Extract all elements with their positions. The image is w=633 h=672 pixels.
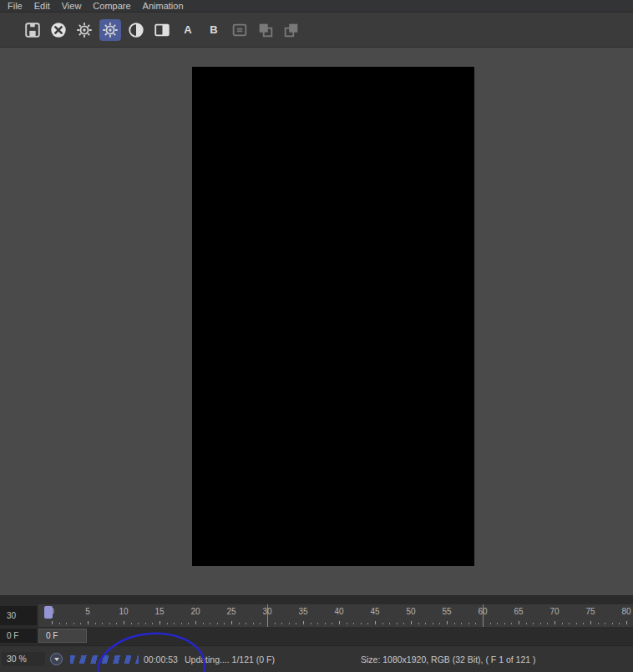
ruler-tick [555, 621, 555, 624]
ruler-tick [210, 623, 210, 624]
ruler-tick [533, 623, 534, 624]
ruler-tick [382, 623, 383, 624]
ruler-label-45: 45 [370, 607, 379, 616]
menu-file[interactable]: File [2, 0, 28, 13]
ruler-tick [583, 623, 584, 624]
menu-edit[interactable]: Edit [28, 0, 56, 13]
ruler-tick [619, 623, 620, 624]
compare-split-button[interactable] [151, 19, 173, 41]
copy-b-icon [282, 21, 301, 39]
ruler-tick [547, 623, 548, 624]
menu-compare[interactable]: Compare [87, 0, 136, 13]
ruler-tick [598, 623, 599, 624]
render-settings-button[interactable] [73, 19, 95, 41]
ruler-tick [52, 621, 53, 624]
gear-icon [75, 21, 94, 39]
ruler-tick [367, 623, 368, 624]
status-bar: 30 % 00:00:53 Updating.... 1/121 (0 F) S… [0, 645, 633, 672]
update-status-text: Updating.... 1/121 (0 F) [185, 654, 275, 664]
ruler-tick [174, 623, 175, 624]
ruler-tick [461, 623, 462, 624]
delete-image-button[interactable] [48, 19, 69, 41]
ruler-tick [526, 623, 527, 624]
ruler-label-60: 60 [478, 607, 487, 616]
ruler-tick [124, 621, 124, 624]
ruler-tick [605, 623, 605, 624]
compare-split-icon [153, 21, 171, 39]
ruler-tick [397, 623, 398, 624]
ruler-tick [224, 623, 225, 624]
ruler-tick [59, 623, 60, 624]
contrast-mode-button[interactable] [125, 19, 147, 41]
ruler-tick [403, 623, 404, 624]
ruler-tick [325, 623, 326, 624]
ruler-tick [195, 621, 196, 624]
zoom-level-field[interactable]: 30 % [2, 652, 45, 666]
ruler-tick [375, 621, 376, 624]
ruler-tick [138, 623, 139, 624]
ruler-tick [289, 623, 290, 624]
menu-view[interactable]: View [56, 0, 88, 13]
frame-label-box: 0 F [0, 629, 37, 643]
set-as-b-button[interactable]: B [203, 19, 225, 41]
ruler-label-80: 80 [621, 607, 630, 616]
ruler-tick [504, 623, 505, 624]
ruler-label-50: 50 [406, 607, 415, 616]
ruler-label-20: 20 [190, 607, 200, 616]
menu-animation[interactable]: Animation [137, 0, 190, 13]
save-image-button[interactable] [22, 19, 43, 41]
ruler-label-75: 75 [585, 607, 595, 616]
playhead-marker[interactable] [44, 606, 53, 619]
ruler-tick [95, 623, 96, 624]
set-as-a-button[interactable]: A [177, 19, 199, 41]
ruler-label-30: 30 [262, 607, 271, 616]
ruler-tick [590, 621, 591, 624]
ruler-tick [203, 623, 204, 624]
ruler-tick [296, 623, 296, 624]
menu-bar: FileEditViewCompareAnimation [0, 0, 633, 13]
timeline-panel: 30 05101520253035404550556065707580 0 F … [0, 595, 633, 672]
ruler-tick [231, 621, 232, 624]
ruler-tick [181, 623, 182, 624]
copy-a-icon [256, 21, 275, 39]
ruler-tick [116, 623, 117, 624]
fps-box: 30 [0, 606, 37, 625]
ruler-tick [109, 623, 110, 624]
elapsed-time: 00:00:53 [144, 654, 178, 664]
ruler-tick [389, 623, 390, 624]
ruler-label-35: 35 [298, 607, 307, 616]
ruler-label-10: 10 [119, 607, 128, 616]
ruler-tick [317, 623, 318, 624]
ruler-tick [361, 623, 362, 624]
ruler-tick [303, 621, 304, 624]
ruler-tick [66, 623, 67, 624]
ruler-tick [626, 621, 627, 624]
toolbar: AB [0, 13, 633, 48]
ruler-tick [253, 623, 254, 624]
ruler-tick [490, 623, 491, 624]
ruler-label-70: 70 [549, 607, 559, 616]
render-viewport[interactable] [0, 48, 633, 595]
ruler-tick [511, 623, 512, 624]
ruler-tick [332, 623, 332, 624]
ruler-tick [131, 623, 132, 624]
ruler-tick [519, 621, 519, 624]
copy-to-b-button [281, 19, 302, 41]
ruler-label-15: 15 [154, 607, 164, 616]
image-size-info: Size: 1080x1920, RGB (32 Bit), ( F 1 of … [361, 654, 536, 664]
current-frame-field[interactable]: 0 F [38, 629, 87, 643]
timeline-ruler[interactable]: 05101520253035404550556065707580 [38, 604, 633, 627]
zoom-dropdown-button[interactable] [50, 653, 63, 665]
ruler-tick [217, 623, 218, 624]
ruler-tick [145, 623, 146, 624]
copy-to-a-button [255, 19, 276, 41]
ruler-tick [562, 623, 563, 624]
swap-icon [230, 21, 249, 39]
ruler-label-40: 40 [334, 607, 343, 616]
ruler-row: 30 05101520253035404550556065707580 [0, 604, 633, 627]
gear-icon [101, 21, 119, 39]
ruler-tick [281, 623, 282, 624]
ruler-tick [576, 623, 577, 624]
chevron-down-icon [54, 658, 59, 661]
display-settings-button[interactable] [99, 19, 121, 41]
